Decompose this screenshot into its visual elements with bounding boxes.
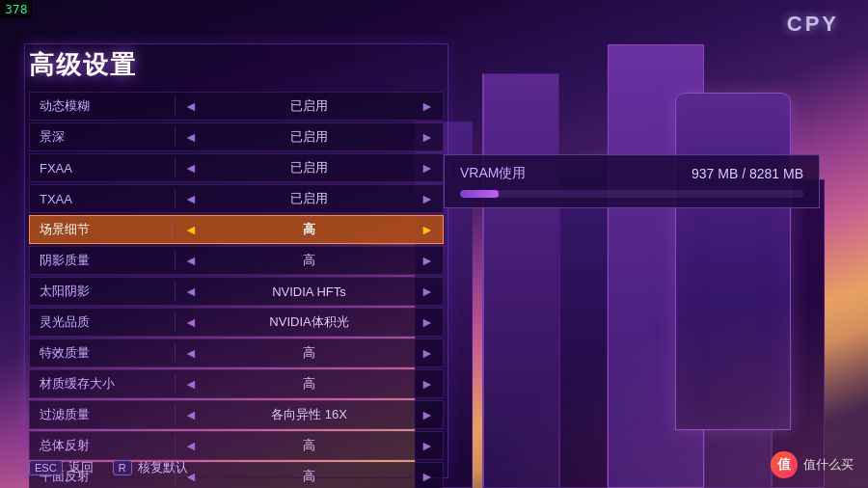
setting-row[interactable]: TXAA ◄ 已启用 ►: [29, 184, 444, 213]
setting-control: ◄ 已启用 ►: [176, 159, 443, 176]
arrow-left-icon[interactable]: ◄: [183, 376, 199, 392]
arrow-left-icon[interactable]: ◄: [183, 129, 199, 145]
setting-row[interactable]: 阴影质量 ◄ 高 ►: [29, 246, 444, 275]
fps-value: 378: [5, 2, 27, 16]
vram-box: VRAM使用 937 MB / 8281 MB: [444, 154, 820, 208]
setting-row[interactable]: 过滤质量 ◄ 各向异性 16X ►: [29, 400, 444, 429]
setting-name: 灵光品质: [30, 313, 175, 331]
setting-control: ◄ 高 ►: [176, 221, 443, 238]
setting-value: 已启用: [199, 159, 420, 176]
arrow-right-icon[interactable]: ►: [420, 438, 435, 453]
setting-row[interactable]: 太阳阴影 ◄ NVIDIA HFTs ►: [29, 277, 444, 306]
setting-value: NVIDIA HFTs: [199, 285, 420, 299]
reset-button[interactable]: R 核复默认: [113, 459, 188, 476]
arrow-right-icon[interactable]: ►: [420, 314, 435, 330]
fps-counter: 378: [0, 0, 32, 18]
back-button[interactable]: ESC 返回: [29, 459, 94, 476]
setting-name: 景深: [30, 128, 175, 146]
setting-control: ◄ 已启用 ►: [176, 190, 443, 207]
setting-row[interactable]: FXAA ◄ 已启用 ►: [29, 153, 444, 182]
arrow-left-icon[interactable]: ◄: [183, 160, 199, 176]
vram-value: 937 MB / 8281 MB: [692, 166, 803, 181]
arrow-right-icon[interactable]: ►: [420, 129, 435, 145]
setting-value: 高: [199, 221, 420, 238]
arrow-left-icon[interactable]: ◄: [183, 407, 199, 422]
arrow-right-icon[interactable]: ►: [420, 160, 435, 176]
setting-row[interactable]: 景深 ◄ 已启用 ►: [29, 122, 444, 151]
cpy-watermark: CPY: [787, 12, 839, 37]
setting-name: 太阳阴影: [30, 283, 175, 300]
setting-value: 高: [199, 375, 420, 393]
setting-control: ◄ NVIDIA HFTs ►: [176, 284, 443, 299]
setting-control: ◄ NVIDIA体积光 ►: [176, 313, 443, 331]
arrow-right-icon[interactable]: ►: [420, 469, 435, 484]
setting-row[interactable]: 灵光品质 ◄ NVIDIA体积光 ►: [29, 308, 444, 337]
setting-value: 各向异性 16X: [199, 406, 420, 423]
setting-row[interactable]: 动态模糊 ◄ 已启用 ►: [29, 92, 444, 121]
setting-value: 已启用: [199, 97, 420, 115]
setting-control: ◄ 高 ►: [176, 375, 443, 393]
settings-list: 动态模糊 ◄ 已启用 ► 景深 ◄ 已启用 ► FXAA ◄ 已启用 ► TXA…: [29, 92, 444, 488]
setting-name: 动态模糊: [30, 97, 175, 115]
setting-row[interactable]: 材质缓存大小 ◄ 高 ►: [29, 369, 444, 398]
arrow-right-icon[interactable]: ►: [420, 345, 435, 361]
vram-bar-background: [460, 190, 803, 198]
setting-control: ◄ 高 ►: [176, 468, 443, 485]
setting-value: NVIDIA体积光: [199, 313, 420, 331]
setting-value: 已启用: [199, 128, 420, 146]
setting-control: ◄ 高 ►: [176, 437, 443, 454]
back-key: ESC: [29, 460, 63, 475]
setting-value: 已启用: [199, 190, 420, 207]
setting-control: ◄ 高 ►: [176, 344, 443, 362]
setting-name: 阴影质量: [30, 252, 175, 269]
panel-title: 高级设置: [29, 48, 444, 82]
setting-control: ◄ 已启用 ►: [176, 128, 443, 146]
arrow-left-icon[interactable]: ◄: [183, 98, 199, 114]
arrow-left-icon[interactable]: ◄: [183, 191, 199, 206]
setting-control: ◄ 高 ►: [176, 252, 443, 269]
arrow-right-icon[interactable]: ►: [420, 253, 435, 268]
setting-value: 高: [199, 437, 420, 454]
arrow-right-icon[interactable]: ►: [420, 191, 435, 206]
arrow-left-icon[interactable]: ◄: [183, 222, 199, 237]
watermark-icon: 值: [771, 451, 798, 478]
arrow-left-icon[interactable]: ◄: [183, 253, 199, 268]
arrow-left-icon[interactable]: ◄: [183, 314, 199, 330]
setting-name: 总体反射: [30, 437, 175, 454]
setting-value: 高: [199, 252, 420, 269]
setting-name: TXAA: [30, 192, 175, 206]
setting-name: 材质缓存大小: [30, 375, 175, 393]
arrow-left-icon[interactable]: ◄: [183, 438, 199, 453]
setting-row[interactable]: 场景细节 ◄ 高 ►: [29, 215, 444, 244]
setting-name: 特效质量: [30, 344, 175, 362]
setting-value: 高: [199, 468, 420, 485]
arrow-right-icon[interactable]: ►: [420, 376, 435, 392]
arrow-left-icon[interactable]: ◄: [183, 284, 199, 299]
vram-label: VRAM使用: [460, 165, 526, 182]
setting-row[interactable]: 总体反射 ◄ 高 ►: [29, 431, 444, 460]
watermark-text: 值什么买: [803, 456, 854, 474]
setting-control: ◄ 各向异性 16X ►: [176, 406, 443, 423]
bottom-bar: ESC 返回 R 核复默认: [29, 459, 188, 476]
arrow-right-icon[interactable]: ►: [420, 407, 435, 422]
arrow-right-icon[interactable]: ►: [420, 284, 435, 299]
setting-row[interactable]: 特效质量 ◄ 高 ►: [29, 339, 444, 367]
reset-key: R: [113, 460, 132, 475]
setting-name: 过滤质量: [30, 406, 175, 423]
setting-control: ◄ 已启用 ►: [176, 97, 443, 115]
arrow-right-icon[interactable]: ►: [420, 222, 435, 237]
vram-header: VRAM使用 937 MB / 8281 MB: [460, 165, 803, 182]
vram-bar-fill: [460, 190, 499, 198]
setting-value: 高: [199, 344, 420, 362]
arrow-left-icon[interactable]: ◄: [183, 345, 199, 361]
back-label: 返回: [68, 459, 94, 476]
setting-name: 场景细节: [30, 221, 175, 238]
setting-name: FXAA: [30, 161, 175, 176]
arrow-right-icon[interactable]: ►: [420, 98, 435, 114]
site-watermark: 值 值什么买: [771, 451, 854, 478]
settings-panel: 高级设置 动态模糊 ◄ 已启用 ► 景深 ◄ 已启用 ► FXAA ◄ 已启用 …: [29, 48, 444, 488]
reset-label: 核复默认: [138, 459, 188, 476]
